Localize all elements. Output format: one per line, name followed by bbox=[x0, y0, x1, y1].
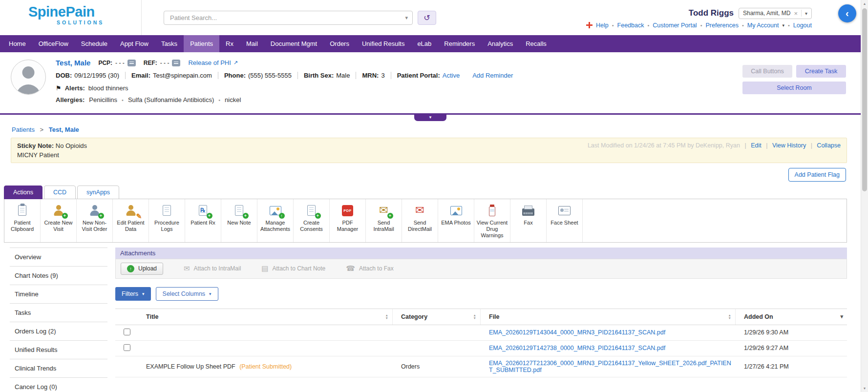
portal-status-value[interactable]: Active bbox=[443, 72, 460, 79]
patient-submitted-tag: (Patient Submitted) bbox=[239, 363, 292, 370]
patient-header-collapse-tab[interactable]: ▾ bbox=[414, 115, 446, 121]
preferences-link[interactable]: Preferences bbox=[705, 22, 738, 29]
sidebar-item-timeline[interactable]: Timeline bbox=[10, 285, 107, 304]
toolbar-item-procedure-logs[interactable]: Procedure Logs bbox=[149, 199, 185, 242]
nav-item-officeflow[interactable]: OfficeFlow bbox=[32, 35, 75, 52]
toolbar-item-create-new-visit[interactable]: + Create New Visit bbox=[41, 199, 77, 242]
toolbar-item-edit-patient-data[interactable]: ✎ Edit Patient Data bbox=[113, 199, 149, 242]
scrollbar-up-arrow[interactable]: ▲ bbox=[861, 0, 868, 7]
my-account-caret-icon[interactable]: ▾ bbox=[782, 23, 784, 28]
column-header-title[interactable]: Title ▲▼ bbox=[138, 309, 393, 325]
sticky-edit-link[interactable]: Edit bbox=[751, 142, 762, 149]
pcp-contact-icon[interactable] bbox=[127, 60, 136, 66]
nav-item-document-mgmt[interactable]: Document Mgmt bbox=[264, 35, 323, 52]
add-patient-flag-button[interactable]: Add Patient Flag bbox=[788, 168, 846, 182]
sidebar-item-cancer-log[interactable]: Cancer Log (0) bbox=[10, 378, 107, 392]
customer-portal-link[interactable]: Customer Portal bbox=[653, 22, 697, 29]
filters-button[interactable]: Filters ▾ bbox=[115, 287, 151, 301]
ref-contact-icon[interactable] bbox=[172, 60, 180, 66]
breadcrumb-current[interactable]: Test, Male bbox=[49, 126, 79, 133]
toolbar-item-ema-photos[interactable]: EMA Photos bbox=[438, 199, 474, 242]
sort-icon[interactable]: ▲▼ bbox=[728, 314, 731, 319]
call-buttons-button[interactable]: Call Buttons bbox=[742, 65, 792, 78]
attach-to-fax-button[interactable]: ☎ Attach to Fax bbox=[346, 264, 393, 273]
scrollbar-down-arrow[interactable]: ▼ bbox=[861, 385, 868, 392]
tab-ccd[interactable]: CCD bbox=[44, 186, 76, 199]
nav-item-schedule[interactable]: Schedule bbox=[75, 35, 114, 52]
select-columns-button[interactable]: Select Columns ▾ bbox=[156, 287, 218, 301]
feedback-link[interactable]: Feedback bbox=[617, 22, 644, 29]
nav-item-tasks[interactable]: Tasks bbox=[155, 35, 184, 52]
toolbar-item-new-note[interactable]: + New Note bbox=[221, 199, 257, 242]
breadcrumb-patients-link[interactable]: Patients bbox=[12, 126, 35, 133]
create-task-button[interactable]: Create Task bbox=[796, 65, 846, 78]
logout-link[interactable]: Logout bbox=[793, 22, 812, 29]
search-dropdown-caret-icon[interactable]: ▾ bbox=[405, 15, 408, 21]
toolbar-item-patient-rx[interactable]: ℞+ Patient Rx bbox=[185, 199, 221, 242]
sticky-collapse-link[interactable]: Collapse bbox=[817, 142, 841, 149]
add-reminder-link[interactable]: Add Reminder bbox=[472, 72, 513, 79]
toolbar-item-view-current-drug-warnings[interactable]: View Current Drug Warnings bbox=[474, 199, 510, 242]
toolbar-item-send-intramail[interactable]: ✉+ Send IntraMail bbox=[366, 199, 402, 242]
toolbar-item-create-consents[interactable]: + Create Consents bbox=[294, 199, 330, 242]
release-of-phi-link[interactable]: Release of PHI ↗ bbox=[188, 59, 238, 66]
toolbar-item-patient-clipboard[interactable]: Patient Clipboard bbox=[4, 199, 41, 242]
toolbar-item-manage-attachments[interactable]: ↑ Manage Attachments bbox=[257, 199, 294, 242]
provider-clear-icon[interactable]: × bbox=[794, 10, 798, 17]
column-header-category[interactable]: Category ▲▼ bbox=[393, 309, 481, 325]
nav-item-appt-flow[interactable]: Appt Flow bbox=[114, 35, 155, 52]
app-logo[interactable]: SpinePain SOLUTIONS bbox=[0, 0, 142, 35]
sidebar-item-clinical-trends[interactable]: Clinical Trends bbox=[10, 359, 107, 378]
sidebar-item-overview[interactable]: Overview bbox=[10, 248, 107, 267]
patient-search-input[interactable] bbox=[164, 11, 413, 25]
sort-icon[interactable]: ▲▼ bbox=[473, 314, 476, 319]
nav-item-recalls[interactable]: Recalls bbox=[519, 35, 553, 52]
nav-item-elab[interactable]: eLab bbox=[411, 35, 438, 52]
provider-caret-icon[interactable]: ▾ bbox=[805, 11, 807, 16]
column-header-file[interactable]: File ▲▼ bbox=[481, 309, 736, 325]
sticky-view-history-link[interactable]: View History bbox=[772, 142, 806, 149]
row-checkbox[interactable] bbox=[124, 344, 130, 351]
nav-item-analytics[interactable]: Analytics bbox=[481, 35, 519, 52]
select-room-button[interactable]: Select Room bbox=[742, 82, 846, 94]
new-note-icon: + bbox=[231, 203, 248, 218]
toolbar-item-new-non-visit-order[interactable]: + New Non-Visit Order bbox=[77, 199, 113, 242]
patient-header: Test, Male PCP: - - - REF: - - - Release… bbox=[0, 52, 861, 115]
toolbar-item-send-directmail[interactable]: ✉ Send DirectMail bbox=[402, 199, 438, 242]
provider-select[interactable]: Sharma, Amit, MD × ▾ bbox=[739, 8, 812, 19]
sidebar-item-chart-notes[interactable]: Chart Notes (9) bbox=[10, 267, 107, 285]
nav-item-home[interactable]: Home bbox=[2, 35, 32, 52]
nav-item-reminders[interactable]: Reminders bbox=[438, 35, 481, 52]
my-account-link[interactable]: My Account bbox=[747, 22, 779, 29]
patient-name[interactable]: Test, Male bbox=[56, 59, 90, 67]
attach-to-chart-note-button[interactable]: ▤ Attach to Chart Note bbox=[261, 264, 325, 273]
toolbar-item-face-sheet[interactable]: Face Sheet bbox=[547, 199, 583, 242]
column-menu-caret-icon[interactable]: ▾ bbox=[840, 313, 843, 320]
row-checkbox[interactable] bbox=[124, 329, 130, 335]
nav-item-orders[interactable]: Orders bbox=[323, 35, 356, 52]
nav-item-patients[interactable]: Patients bbox=[184, 35, 219, 52]
toolbar-item-fax[interactable]: Fax bbox=[510, 199, 547, 242]
sidebar-item-orders-log[interactable]: Orders Log (2) bbox=[10, 322, 107, 341]
file-link[interactable]: EMA_20260127T212306_0000_MRN3_PID2164113… bbox=[489, 360, 732, 373]
upload-button[interactable]: ↑ Upload bbox=[121, 263, 163, 275]
toolbar-item-pdf-manager[interactable]: PDF PDF Manager bbox=[330, 199, 366, 242]
allergy-item: Penicillins bbox=[89, 96, 117, 103]
vertical-scrollbar[interactable]: ▲ ▼ bbox=[861, 0, 868, 392]
tab-synapps[interactable]: synApps bbox=[77, 186, 119, 199]
tab-actions[interactable]: Actions bbox=[4, 186, 42, 199]
nav-item-unified-results[interactable]: Unified Results bbox=[356, 35, 411, 52]
sidebar-item-tasks[interactable]: Tasks bbox=[10, 304, 107, 322]
column-header-added-on[interactable]: Added On ▾ bbox=[736, 309, 847, 325]
nav-item-mail[interactable]: Mail bbox=[240, 35, 264, 52]
search-history-button[interactable]: ↺ bbox=[418, 11, 436, 25]
side-panel-toggle-button[interactable]: ‹ bbox=[838, 4, 856, 22]
attach-to-intramail-button[interactable]: ✉ Attach to IntraMail bbox=[184, 264, 241, 273]
nav-item-rx[interactable]: Rx bbox=[219, 35, 240, 52]
file-link[interactable]: EMA_20260129T143044_0000_MRN3_PID2164113… bbox=[489, 329, 732, 336]
scrollbar-thumb[interactable] bbox=[862, 8, 867, 191]
sort-icon[interactable]: ▲▼ bbox=[385, 314, 388, 319]
sidebar-item-unified-results[interactable]: Unified Results bbox=[10, 341, 107, 359]
file-link[interactable]: EMA_20260129T142738_0000_MRN3_PID2164113… bbox=[489, 345, 732, 351]
help-link[interactable]: Help bbox=[596, 22, 609, 29]
